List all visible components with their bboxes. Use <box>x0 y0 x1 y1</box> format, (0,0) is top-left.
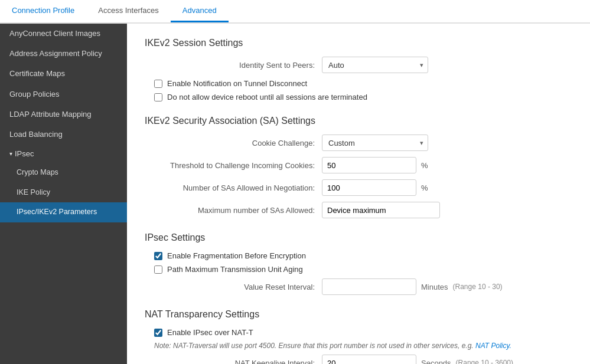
enable-nat-checkbox[interactable] <box>154 329 162 337</box>
value-reset-row: Value Reset Interval: Minutes (Range 10 … <box>145 278 572 295</box>
sidebar-item-certificate-maps[interactable]: Certificate Maps <box>0 64 127 84</box>
nat-policy-link[interactable]: NAT Policy. <box>475 342 511 350</box>
value-reset-label: Value Reset Interval: <box>145 283 322 291</box>
tab-advanced[interactable]: Advanced <box>171 0 229 22</box>
value-reset-control: Minutes (Range 10 - 30) <box>322 278 503 295</box>
threshold-row: Threshold to Challenge Incoming Cookies:… <box>145 157 572 173</box>
cookie-row: Cookie Challenge: Custom Always Never ▾ <box>145 135 572 151</box>
sidebar-item-group-policies[interactable]: Group Policies <box>0 84 127 104</box>
sidebar-item-anyconnect-images[interactable]: AnyConnect Client Images <box>0 24 127 44</box>
reboot-row: Do not allow device reboot until all ses… <box>145 93 572 101</box>
ikev2-sa-section: IKEv2 Security Association (SA) Settings… <box>145 116 572 218</box>
top-nav: Connection Profile Access Interfaces Adv… <box>0 0 590 24</box>
keepalive-unit: Seconds <box>421 359 451 365</box>
path-mtu-row: Path Maximum Transmission Unit Aging <box>145 265 572 274</box>
fragmentation-label[interactable]: Enable Fragmentation Before Encryption <box>167 251 306 260</box>
nat-note: Note: NAT-Traversal will use port 4500. … <box>154 342 572 350</box>
sidebar-item-ike-policy[interactable]: IKE Policy <box>0 183 127 203</box>
nat-transparency-section: NAT Transparency Settings Enable IPsec o… <box>145 309 572 364</box>
negotiation-row: Number of SAs Allowed in Negotiation: % <box>145 179 572 196</box>
path-mtu-checkbox[interactable] <box>154 265 162 274</box>
main-layout: AnyConnect Client Images Address Assignm… <box>0 24 590 364</box>
ikev2-session-section: IKEv2 Session Settings Identity Sent to … <box>145 38 572 101</box>
max-sas-control <box>322 202 440 218</box>
sidebar-section-ipsec[interactable]: ▾ IPsec <box>0 145 127 163</box>
keepalive-input[interactable] <box>322 355 416 364</box>
threshold-control: % <box>322 157 428 173</box>
notify-tunnel-row: Enable Notification on Tunnel Disconnect <box>145 79 572 88</box>
value-reset-unit: Minutes <box>421 283 448 291</box>
sidebar-section-label: IPsec <box>15 149 34 158</box>
threshold-unit: % <box>421 161 428 170</box>
value-reset-range: (Range 10 - 30) <box>453 283 503 291</box>
nat-transparency-heading: NAT Transparency Settings <box>145 309 572 320</box>
identity-select[interactable]: Auto Address Hostname DN FQDN User FQDN <box>322 57 428 73</box>
identity-control: Auto Address Hostname DN FQDN User FQDN … <box>322 57 428 73</box>
enable-nat-row: Enable IPsec over NAT-T <box>145 328 572 337</box>
sidebar-item-load-balancing[interactable]: Load Balancing <box>0 124 127 145</box>
cookie-label: Cookie Challenge: <box>145 139 322 147</box>
max-sas-row: Maximum number of SAs Allowed: <box>145 202 572 218</box>
ipsec-settings-section: IPsec Settings Enable Fragmentation Befo… <box>145 232 572 295</box>
negotiation-input[interactable] <box>322 179 416 196</box>
ikev2-session-heading: IKEv2 Session Settings <box>145 38 572 48</box>
sidebar-item-crypto-maps[interactable]: Crypto Maps <box>0 163 127 183</box>
reboot-label[interactable]: Do not allow device reboot until all ses… <box>167 93 367 101</box>
threshold-label: Threshold to Challenge Incoming Cookies: <box>145 161 322 170</box>
negotiation-control: % <box>322 179 428 196</box>
ipsec-settings-heading: IPsec Settings <box>145 232 572 243</box>
fragmentation-checkbox[interactable] <box>154 252 162 260</box>
cookie-control: Custom Always Never ▾ <box>322 135 428 151</box>
identity-row: Identity Sent to Peers: Auto Address Hos… <box>145 57 572 73</box>
max-sas-input[interactable] <box>322 202 440 218</box>
tab-connection-profile[interactable]: Connection Profile <box>0 0 86 22</box>
cookie-select-wrap: Custom Always Never ▾ <box>322 135 428 151</box>
enable-nat-label[interactable]: Enable IPsec over NAT-T <box>167 328 253 337</box>
sidebar-item-ipsec-ikev2[interactable]: IPsec/IKEv2 Parameters <box>0 202 127 222</box>
sidebar: AnyConnect Client Images Address Assignm… <box>0 24 127 364</box>
fragmentation-row: Enable Fragmentation Before Encryption <box>145 251 572 260</box>
chevron-down-icon: ▾ <box>9 150 12 157</box>
threshold-input[interactable] <box>322 157 416 173</box>
path-mtu-label[interactable]: Path Maximum Transmission Unit Aging <box>167 265 303 274</box>
nat-note-text: Note: NAT-Traversal will use port 4500. … <box>154 342 474 350</box>
notify-tunnel-checkbox[interactable] <box>154 80 162 88</box>
reboot-checkbox[interactable] <box>154 93 162 101</box>
keepalive-range: (Range 10 - 3600) <box>456 359 513 364</box>
keepalive-control: Seconds (Range 10 - 3600) <box>322 355 513 364</box>
tab-access-interfaces[interactable]: Access Interfaces <box>86 0 171 22</box>
value-reset-input[interactable] <box>322 278 416 295</box>
notify-tunnel-label[interactable]: Enable Notification on Tunnel Disconnect <box>167 79 307 88</box>
content-area: IKEv2 Session Settings Identity Sent to … <box>127 24 590 364</box>
sidebar-item-ldap-attribute[interactable]: LDAP Attribute Mapping <box>0 104 127 124</box>
identity-label: Identity Sent to Peers: <box>145 61 322 70</box>
negotiation-label: Number of SAs Allowed in Negotiation: <box>145 183 322 192</box>
cookie-select[interactable]: Custom Always Never <box>322 135 428 151</box>
keepalive-label: NAT Keepalive Interval: <box>145 359 322 365</box>
keepalive-row: NAT Keepalive Interval: Seconds (Range 1… <box>145 355 572 364</box>
identity-select-wrap: Auto Address Hostname DN FQDN User FQDN … <box>322 57 428 73</box>
sidebar-item-address-assignment[interactable]: Address Assignment Policy <box>0 44 127 64</box>
ikev2-sa-heading: IKEv2 Security Association (SA) Settings <box>145 116 572 126</box>
max-sas-label: Maximum number of SAs Allowed: <box>145 206 322 215</box>
negotiation-unit: % <box>421 183 428 192</box>
